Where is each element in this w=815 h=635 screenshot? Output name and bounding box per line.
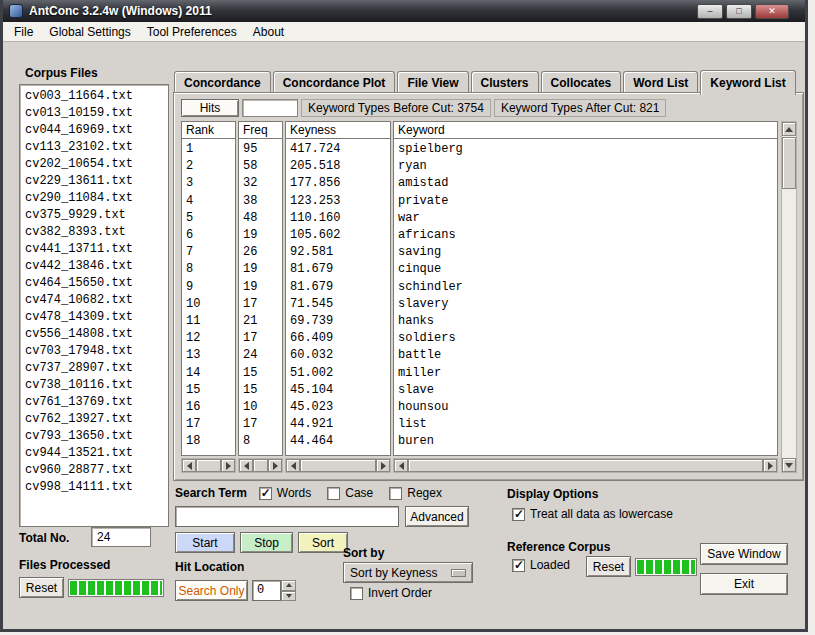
reference-reset-button[interactable]: Reset xyxy=(586,556,631,577)
cell-rank[interactable]: 9 xyxy=(186,279,231,296)
sort-button[interactable]: Sort xyxy=(298,532,348,553)
cell-rank[interactable]: 4 xyxy=(186,193,231,210)
cell-freq[interactable]: 21 xyxy=(243,313,278,330)
horizontal-scrollbar[interactable] xyxy=(238,458,283,473)
corpus-file[interactable]: cv761_13769.txt xyxy=(25,394,163,411)
corpus-file[interactable]: cv474_10682.txt xyxy=(25,292,163,309)
cell-keyness[interactable]: 71.545 xyxy=(290,296,386,313)
scrollbar-thumb[interactable] xyxy=(300,459,376,472)
corpus-file[interactable]: cv703_17948.txt xyxy=(25,343,163,360)
scrollbar-track[interactable] xyxy=(408,459,763,472)
cell-rank[interactable]: 6 xyxy=(186,227,231,244)
scrollbar-track[interactable] xyxy=(253,459,268,472)
cell-freq[interactable]: 24 xyxy=(243,347,278,364)
scroll-left-button[interactable] xyxy=(394,459,408,472)
tab-concordance-plot[interactable]: Concordance Plot xyxy=(273,71,396,93)
corpus-file[interactable]: cv464_15650.txt xyxy=(25,275,163,292)
cell-keyness[interactable]: 51.002 xyxy=(290,365,386,382)
regex-checkbox[interactable]: Regex xyxy=(389,486,442,500)
cell-rank[interactable]: 12 xyxy=(186,330,231,347)
cell-freq[interactable]: 17 xyxy=(243,330,278,347)
scroll-right-button[interactable] xyxy=(221,459,235,472)
cell-keyword[interactable]: slave xyxy=(398,382,773,399)
cell-keyness[interactable]: 69.739 xyxy=(290,313,386,330)
start-button[interactable]: Start xyxy=(175,532,235,553)
scrollbar-track[interactable] xyxy=(782,136,796,458)
titlebar[interactable]: AntConc 3.2.4w (Windows) 2011 – □ ✕ xyxy=(3,0,805,22)
cell-keyness[interactable]: 45.023 xyxy=(290,399,386,416)
corpus-file[interactable]: cv737_28907.txt xyxy=(25,360,163,377)
cell-keyness[interactable]: 45.104 xyxy=(290,382,386,399)
scroll-up-button[interactable] xyxy=(782,122,796,136)
cell-keyword[interactable]: slavery xyxy=(398,296,773,313)
corpus-file[interactable]: cv960_28877.txt xyxy=(25,462,163,479)
corpus-file[interactable]: cv944_13521.txt xyxy=(25,445,163,462)
cell-keyword[interactable]: saving xyxy=(398,244,773,261)
cell-freq[interactable]: 58 xyxy=(243,158,278,175)
cell-keyword[interactable]: cinque xyxy=(398,261,773,278)
corpus-file[interactable]: cv290_11084.txt xyxy=(25,190,163,207)
cell-rank[interactable]: 15 xyxy=(186,382,231,399)
hit-location-value[interactable]: 0 xyxy=(252,580,281,601)
menu-item-global-settings[interactable]: Global Settings xyxy=(41,23,138,41)
cell-rank[interactable]: 16 xyxy=(186,399,231,416)
corpus-file[interactable]: cv113_23102.txt xyxy=(25,139,163,156)
cell-keyword[interactable]: ryan xyxy=(398,158,773,175)
scrollbar-thumb[interactable] xyxy=(196,459,221,472)
cell-freq[interactable]: 19 xyxy=(243,227,278,244)
sort-by-dropdown[interactable]: Sort by Keyness xyxy=(343,562,473,583)
corpus-file[interactable]: cv793_13650.txt xyxy=(25,428,163,445)
scroll-left-button[interactable] xyxy=(286,459,300,472)
hits-button[interactable]: Hits xyxy=(181,99,239,117)
exit-button[interactable]: Exit xyxy=(700,573,788,595)
corpus-file[interactable]: cv044_16969.txt xyxy=(25,122,163,139)
horizontal-scrollbar[interactable] xyxy=(181,458,236,473)
tab-concordance[interactable]: Concordance xyxy=(174,71,271,93)
cell-freq[interactable]: 95 xyxy=(243,141,278,158)
spin-up-button[interactable] xyxy=(281,580,296,591)
corpus-file[interactable]: cv556_14808.txt xyxy=(25,326,163,343)
corpus-file[interactable]: cv003_11664.txt xyxy=(25,88,163,105)
scrollbar-track[interactable] xyxy=(196,459,221,472)
cell-keyness[interactable]: 105.602 xyxy=(290,227,386,244)
cell-keyness[interactable]: 81.679 xyxy=(290,279,386,296)
cell-rank[interactable]: 17 xyxy=(186,416,231,433)
cell-freq[interactable]: 8 xyxy=(243,433,278,450)
corpus-file[interactable]: cv738_10116.txt xyxy=(25,377,163,394)
cell-keyword[interactable]: war xyxy=(398,210,773,227)
menu-item-tool-preferences[interactable]: Tool Preferences xyxy=(139,23,245,41)
save-window-button[interactable]: Save Window xyxy=(700,543,788,565)
tab-word-list[interactable]: Word List xyxy=(623,71,698,93)
corpus-file[interactable]: cv441_13711.txt xyxy=(25,241,163,258)
scroll-right-button[interactable] xyxy=(763,459,777,472)
scroll-left-button[interactable] xyxy=(239,459,253,472)
cell-keyness[interactable]: 417.724 xyxy=(290,141,386,158)
minimize-button[interactable]: – xyxy=(697,4,723,19)
cell-keyword[interactable]: buren xyxy=(398,433,773,450)
maximize-button[interactable]: □ xyxy=(726,4,752,19)
horizontal-scrollbar[interactable] xyxy=(393,458,778,473)
corpus-file[interactable]: cv375_9929.txt xyxy=(25,207,163,224)
search-only-button[interactable]: Search Only xyxy=(175,580,248,601)
advanced-button[interactable]: Advanced xyxy=(405,506,469,527)
loaded-checkbox[interactable]: Loaded xyxy=(512,558,570,572)
horizontal-scrollbar[interactable] xyxy=(285,458,391,473)
vertical-scrollbar[interactable] xyxy=(781,121,797,473)
cell-rank[interactable]: 11 xyxy=(186,313,231,330)
stop-button[interactable]: Stop xyxy=(240,532,293,553)
scrollbar-thumb[interactable] xyxy=(253,459,268,472)
cell-keyword[interactable]: soldiers xyxy=(398,330,773,347)
cell-freq[interactable]: 17 xyxy=(243,416,278,433)
cell-rank[interactable]: 14 xyxy=(186,365,231,382)
cell-freq[interactable]: 15 xyxy=(243,382,278,399)
cell-freq[interactable]: 15 xyxy=(243,365,278,382)
cell-rank[interactable]: 10 xyxy=(186,296,231,313)
cell-freq[interactable]: 32 xyxy=(243,175,278,192)
corpus-file[interactable]: cv998_14111.txt xyxy=(25,479,163,496)
cell-keyness[interactable]: 177.856 xyxy=(290,175,386,192)
tab-collocates[interactable]: Collocates xyxy=(541,71,622,93)
scrollbar-track[interactable] xyxy=(300,459,376,472)
menu-item-about[interactable]: About xyxy=(245,23,292,41)
hit-location-spinner[interactable]: 0 xyxy=(252,580,296,601)
cell-freq[interactable]: 48 xyxy=(243,210,278,227)
